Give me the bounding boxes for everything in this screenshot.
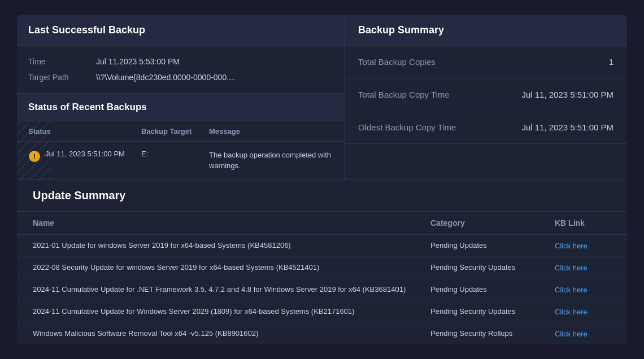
update-table-header: Name Category KB Link bbox=[17, 212, 627, 235]
kb-link-4[interactable]: Click here bbox=[555, 308, 588, 316]
table-row: ! Jul 11, 2023 5:51:00 PM E: The backup … bbox=[17, 142, 344, 180]
update-row: 2022-08 Security Update for windows Serv… bbox=[17, 257, 627, 279]
message-cell: The backup operation completed with warn… bbox=[209, 150, 333, 172]
total-copy-time-row: Total Backup Copy Time Jul 11, 2023 5:51… bbox=[345, 78, 627, 111]
total-copies-value: 1 bbox=[609, 57, 613, 67]
update-summary-title: Update Summary bbox=[33, 189, 611, 202]
time-row: Time Jul 11.2023 5:53:00 PM bbox=[28, 57, 333, 66]
oldest-copy-time-label: Oldest Backup Copy Time bbox=[358, 122, 456, 132]
update-category-3: Pending Updates bbox=[430, 285, 555, 294]
name-col-header: Name bbox=[33, 218, 430, 227]
update-row: 2024-11 Cumulative Update for .NET Frame… bbox=[17, 279, 627, 301]
kb-link-3[interactable]: Click here bbox=[555, 286, 588, 294]
category-col-header: Category bbox=[430, 218, 555, 227]
update-kb-1: Click here bbox=[555, 240, 611, 251]
time-value: Jul 11.2023 5:53:00 PM bbox=[96, 57, 180, 66]
update-kb-2: Click here bbox=[555, 262, 611, 273]
kb-link-1[interactable]: Click here bbox=[555, 242, 588, 250]
update-row: Windows Malicious Software Removal Tool … bbox=[17, 323, 627, 344]
update-name-5: Windows Malicious Software Removal Tool … bbox=[33, 329, 430, 338]
oldest-copy-time-value: Jul 11, 2023 5:51:00 PM bbox=[521, 122, 613, 132]
status-date: Jul 11, 2023 5:51:00 PM bbox=[45, 150, 125, 158]
target-cell: E: bbox=[141, 150, 209, 158]
status-cell: ! Jul 11, 2023 5:51:00 PM bbox=[28, 150, 141, 163]
update-category-4: Pending Security Updates bbox=[430, 307, 555, 316]
target-path-row: Target Path \\?\Volume{8dc230ed.0000-000… bbox=[28, 73, 333, 82]
total-backup-copies-row: Total Backup Copies 1 bbox=[345, 46, 627, 78]
left-panel: Last Successful Backup Time Jul 11.2023 … bbox=[17, 15, 345, 180]
svg-text:!: ! bbox=[33, 152, 36, 160]
update-name-1: 2021-01 Update for windows Server 2019 f… bbox=[33, 241, 430, 249]
kb-link-5[interactable]: Click here bbox=[555, 330, 588, 338]
update-kb-5: Click here bbox=[555, 329, 611, 339]
update-category-5: Pending Security Rollups bbox=[430, 329, 555, 338]
oldest-copy-time-row: Oldest Backup Copy Time Jul 11, 2023 5:5… bbox=[345, 111, 627, 144]
total-copy-time-value: Jul 11, 2023 5:51:00 PM bbox=[521, 90, 613, 99]
target-col-header: Backup Target bbox=[141, 127, 209, 135]
table-header-row: Status Backup Target Message bbox=[17, 121, 344, 142]
update-kb-4: Click here bbox=[555, 307, 611, 317]
recent-backups-title: Status of Recent Backups bbox=[28, 102, 333, 113]
update-name-3: 2024-11 Cumulative Update for .NET Frame… bbox=[33, 285, 430, 294]
update-name-2: 2022-08 Security Update for windows Serv… bbox=[33, 263, 430, 272]
last-backup-title: Last Successful Backup bbox=[28, 24, 333, 36]
update-name-4: 2024-11 Cumulative Update for Windows Se… bbox=[33, 307, 430, 316]
update-category-2: Pending Security Updates bbox=[430, 263, 555, 272]
update-kb-3: Click here bbox=[555, 284, 611, 295]
message-col-header: Message bbox=[209, 127, 333, 135]
main-container: Last Successful Backup Time Jul 11.2023 … bbox=[17, 15, 627, 344]
kb-col-header: KB Link bbox=[555, 218, 611, 227]
top-section: Last Successful Backup Time Jul 11.2023 … bbox=[17, 15, 627, 180]
update-summary-section: Update Summary Name Category KB Link 202… bbox=[17, 180, 627, 344]
kb-link-2[interactable]: Click here bbox=[555, 264, 588, 272]
target-path-label: Target Path bbox=[28, 73, 96, 82]
status-col-header: Status bbox=[28, 127, 141, 135]
update-row: 2021-01 Update for windows Server 2019 f… bbox=[17, 235, 627, 257]
last-backup-header: Last Successful Backup bbox=[17, 15, 344, 46]
last-backup-info: Time Jul 11.2023 5:53:00 PM Target Path … bbox=[17, 46, 344, 94]
total-copies-label: Total Backup Copies bbox=[358, 57, 436, 67]
update-summary-header: Update Summary bbox=[17, 180, 627, 212]
backup-summary-title: Backup Summary bbox=[358, 24, 613, 36]
backup-summary-header: Backup Summary bbox=[345, 15, 627, 46]
update-category-1: Pending Updates bbox=[430, 241, 555, 249]
recent-backups-table: Status Backup Target Message ! Jul 11, 2… bbox=[17, 121, 344, 180]
update-row: 2024-11 Cumulative Update for Windows Se… bbox=[17, 301, 627, 323]
total-copy-time-label: Total Backup Copy Time bbox=[358, 90, 450, 99]
update-table: Name Category KB Link 2021-01 Update for… bbox=[17, 212, 627, 344]
warning-icon: ! bbox=[28, 150, 41, 163]
target-path-value: \\?\Volume{8dc230ed.0000-0000-000.... bbox=[96, 73, 236, 82]
recent-backups-header: Status of Recent Backups bbox=[17, 94, 344, 121]
right-panel: Backup Summary Total Backup Copies 1 Tot… bbox=[345, 15, 627, 180]
time-label: Time bbox=[28, 57, 96, 66]
